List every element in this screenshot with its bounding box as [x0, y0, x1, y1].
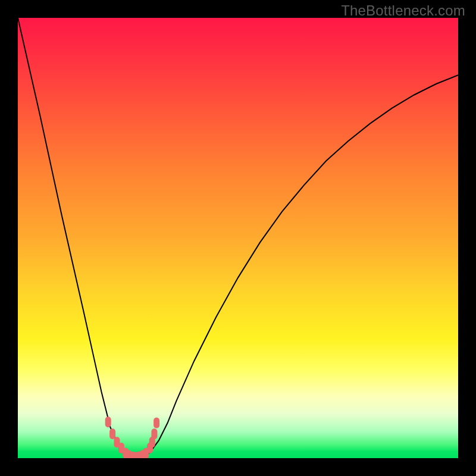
highlight-point	[151, 428, 157, 439]
highlight-points-group	[105, 416, 159, 458]
highlight-point	[154, 418, 159, 428]
watermark-text: TheBottleneck.com	[341, 2, 465, 19]
highlight-point	[105, 416, 111, 427]
bottleneck-curve	[18, 18, 458, 458]
highlight-point	[109, 428, 115, 439]
chart-svg	[18, 18, 458, 458]
chart-plot-area	[18, 18, 458, 458]
